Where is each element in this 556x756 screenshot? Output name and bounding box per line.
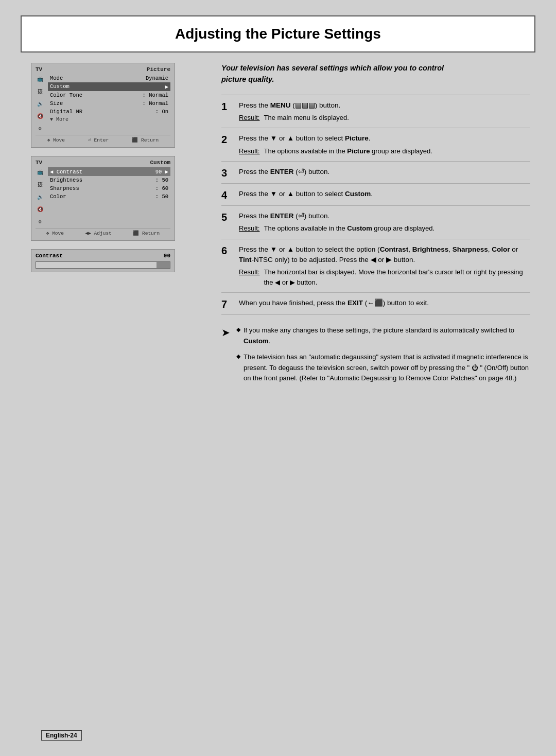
size-label: Size bbox=[50, 100, 63, 107]
tv-label: TV bbox=[36, 66, 42, 73]
icon-cfg2: ⚙ bbox=[36, 218, 45, 226]
step-1-result: Result: The main menu is displayed. bbox=[239, 113, 530, 123]
size-row: Size : Normal bbox=[48, 99, 170, 108]
step-2-result-text: The options available in the Picture gro… bbox=[264, 146, 432, 156]
tv-footer1: ❖ Move ⏎ Enter ⬛ Return bbox=[36, 135, 170, 143]
page-footer: English-24 bbox=[21, 720, 535, 741]
page-title: Adjusting the Picture Settings bbox=[37, 26, 519, 42]
tv-footer2: ❖ Move ◀▶ Adjust ⬛ Return bbox=[36, 228, 170, 236]
step-4: 4 Press the ▼ or ▲ button to select Cust… bbox=[221, 184, 530, 206]
brightness-label: Brightness bbox=[50, 177, 82, 183]
icon-tv2: 📺 bbox=[36, 168, 45, 177]
sharpness-label: Sharpness bbox=[50, 185, 79, 191]
footer-return: ⬛ Return bbox=[132, 137, 159, 143]
contrast-row: ◀ Contrast 90 ▶ bbox=[48, 167, 170, 176]
tv-screen-picture: TV Picture 📺 🖼 🔊 🔇 ⚙ Mode Dynamic bbox=[31, 63, 175, 148]
tv-screen2-body: 📺 🖼 🔊 🔇 ⚙ ◀ Contrast 90 ▶ Brightness bbox=[36, 167, 170, 226]
step-1-result-text: The main menu is displayed. bbox=[264, 113, 349, 123]
content-area: TV Picture 📺 🖼 🔊 🔇 ⚙ Mode Dynamic bbox=[21, 63, 535, 720]
contrast-bar-container: Contrast 90 bbox=[31, 249, 175, 272]
sharpness-row: Sharpness : 60 bbox=[48, 184, 170, 192]
digital-nr-row: Digital NR : On bbox=[48, 108, 170, 116]
brightness-row: Brightness : 50 bbox=[48, 176, 170, 184]
step-3-text: Press the ENTER (⏎) button. bbox=[239, 167, 530, 177]
custom-row: Custom ▶ bbox=[48, 82, 170, 91]
tv-screen2-header: TV Custom bbox=[36, 160, 170, 166]
intro-text: Your television has several settings whi… bbox=[221, 63, 530, 85]
icon-snd2: 🔊 bbox=[36, 193, 45, 201]
icon-mute2: 🔇 bbox=[36, 205, 45, 214]
step-5-number: 5 bbox=[221, 211, 233, 222]
notes-content: If you make any changes to these setting… bbox=[236, 325, 530, 389]
tv-screen1-body: 📺 🖼 🔊 🔇 ⚙ Mode Dynamic Custom ▶ bbox=[36, 74, 170, 133]
footer-return2: ⬛ Return bbox=[133, 230, 160, 236]
size-value: : Normal bbox=[143, 100, 168, 107]
contrast-bar-header: Contrast 90 bbox=[36, 253, 170, 259]
icon-mute: 🔇 bbox=[36, 112, 45, 120]
right-panel: Your television has several settings whi… bbox=[216, 63, 535, 720]
step-2-result: Result: The options available in the Pic… bbox=[239, 146, 530, 156]
digital-nr-label: Digital NR bbox=[50, 109, 82, 115]
step-5-text: Press the ENTER (⏎) button. bbox=[239, 211, 530, 221]
tv-screen-custom: TV Custom 📺 🖼 🔊 🔇 ⚙ ◀ Contrast 90 bbox=[31, 156, 175, 241]
step-7-number: 7 bbox=[221, 298, 233, 309]
page-number: English-24 bbox=[41, 730, 82, 741]
step-7-content: When you have finished, press the EXIT (… bbox=[239, 298, 530, 308]
step-6-text: Press the ▼ or ▲ button to select the op… bbox=[239, 244, 530, 266]
color-value: : 50 bbox=[155, 194, 168, 200]
step-3: 3 Press the ENTER (⏎) button. bbox=[221, 162, 530, 184]
tv-icons2: 📺 🖼 🔊 🔇 ⚙ bbox=[36, 167, 45, 226]
color-tone-label: Color Tone bbox=[50, 92, 82, 98]
notes-section: ➤ If you make any changes to these setti… bbox=[221, 325, 530, 389]
note-1: If you make any changes to these setting… bbox=[236, 325, 530, 347]
icon-tv: 📺 bbox=[36, 75, 45, 83]
mode-row: Mode Dynamic bbox=[48, 74, 170, 82]
step-5-result: Result: The options available in the Cus… bbox=[239, 223, 530, 234]
step-2-text: Press the ▼ or ▲ button to select Pictur… bbox=[239, 133, 530, 144]
tv-screen1-header: TV Picture bbox=[36, 66, 170, 73]
step-3-number: 3 bbox=[221, 167, 233, 178]
step-7: 7 When you have finished, press the EXIT… bbox=[221, 293, 530, 315]
step-2-number: 2 bbox=[221, 133, 233, 145]
contrast-bar-fill bbox=[36, 262, 157, 268]
color-label: Color bbox=[50, 194, 66, 200]
step-1-content: Press the MENU (▤▤▤) button. Result: The… bbox=[239, 100, 530, 123]
step-2-result-label: Result: bbox=[239, 146, 259, 156]
footer-move2: ❖ Move bbox=[46, 230, 64, 236]
step-3-content: Press the ENTER (⏎) button. bbox=[239, 167, 530, 177]
color-row: Color : 50 bbox=[48, 192, 170, 201]
step-1: 1 Press the MENU (▤▤▤) button. Result: T… bbox=[221, 95, 530, 129]
title-box: Adjusting the Picture Settings bbox=[21, 15, 535, 52]
step-1-text: Press the MENU (▤▤▤) button. bbox=[239, 100, 530, 111]
mode-label: Mode bbox=[50, 75, 63, 81]
step-5-content: Press the ENTER (⏎) button. Result: The … bbox=[239, 211, 530, 234]
contrast-bar-label: Contrast bbox=[36, 253, 63, 259]
step-4-number: 4 bbox=[221, 189, 233, 200]
step-4-text: Press the ▼ or ▲ button to select Custom… bbox=[239, 189, 530, 199]
step-5-result-text: The options available in the Custom grou… bbox=[264, 223, 435, 234]
step-7-text: When you have finished, press the EXIT (… bbox=[239, 298, 530, 308]
tv-menu2-content: ◀ Contrast 90 ▶ Brightness : 50 Sharpnes… bbox=[48, 167, 170, 226]
contrast-bar-value: 90 bbox=[164, 253, 170, 259]
step-6-result: Result: The horizontal bar is displayed.… bbox=[239, 267, 530, 287]
notes-arrow-icon: ➤ bbox=[221, 326, 230, 389]
contrast-bar-track bbox=[36, 261, 170, 269]
contrast-label: ◀ Contrast bbox=[50, 168, 82, 175]
step-5: 5 Press the ENTER (⏎) button. Result: Th… bbox=[221, 206, 530, 239]
sharpness-value: : 60 bbox=[155, 185, 168, 191]
contrast-value: 90 ▶ bbox=[155, 168, 168, 175]
icon-sound: 🔊 bbox=[36, 100, 45, 108]
note-2: The television has an "automatic degauss… bbox=[236, 352, 530, 384]
tv-icons1: 📺 🖼 🔊 🔇 ⚙ bbox=[36, 74, 45, 133]
step-2: 2 Press the ▼ or ▲ button to select Pict… bbox=[221, 128, 530, 162]
color-tone-row: Color Tone : Normal bbox=[48, 91, 170, 99]
picture-label: Picture bbox=[147, 66, 170, 73]
footer-adjust: ◀▶ Adjust bbox=[85, 230, 111, 236]
step-1-number: 1 bbox=[221, 100, 233, 112]
footer-enter: ⏎ Enter bbox=[88, 137, 109, 143]
custom-header-label: Custom bbox=[150, 160, 170, 166]
more-label: ▼ More bbox=[48, 116, 170, 124]
step-1-result-label: Result: bbox=[239, 113, 259, 123]
step-6-result-label: Result: bbox=[239, 267, 259, 287]
digital-nr-value: : On bbox=[155, 109, 168, 115]
